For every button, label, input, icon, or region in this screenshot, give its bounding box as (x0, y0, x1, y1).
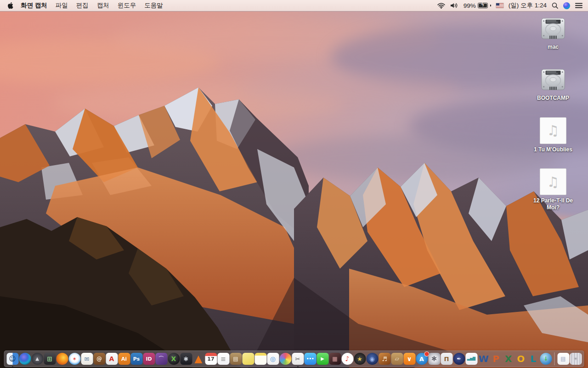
dock-archive-box[interactable]: ▤ (230, 353, 242, 365)
dock-document-file[interactable]: ▤ (557, 353, 569, 365)
numbers-chart-icon: ▃▅▇ (467, 357, 475, 361)
menu-bar-menus: 파일편집캡처윈도우도움말 (56, 1, 171, 10)
apple-menu[interactable] (7, 2, 13, 9)
dock-idvd[interactable]: ◉ (366, 353, 378, 365)
desktop-icon-bootcamp[interactable]: BOOTCAMP (526, 66, 581, 101)
dock-contacts-book[interactable]: @ (93, 353, 105, 365)
wifi-icon[interactable] (437, 3, 445, 9)
menu-bar-clock[interactable]: (일) 오후 1:24 (509, 1, 547, 10)
dock-illustrator[interactable]: Ai (118, 353, 130, 365)
siri-icon[interactable] (563, 2, 570, 9)
dock-acrobat-reader[interactable]: A (106, 353, 118, 365)
dock-stickies[interactable] (242, 353, 254, 365)
notification-center-icon[interactable] (575, 3, 582, 8)
dock-notes[interactable] (254, 353, 266, 365)
dock-photos[interactable] (279, 353, 291, 365)
keynote-podium-icon: Π (444, 356, 449, 362)
dock-excel[interactable]: X (503, 353, 514, 365)
dock-ibooks[interactable]: ∨ (403, 353, 415, 365)
dock-trash-full[interactable]: ✳ (570, 353, 582, 365)
menubar-menu-2[interactable]: 캡처 (97, 2, 109, 9)
dock-word[interactable]: W (478, 353, 490, 365)
dock-imovie-star[interactable]: ★ (354, 353, 366, 365)
music-note-icon: ♫ (547, 122, 560, 138)
running-indicator (297, 366, 299, 368)
imovie-star-icon: ★ (357, 356, 362, 362)
dock-photoshop[interactable]: Ps (130, 353, 142, 365)
dock-garageband[interactable]: ♬ (379, 353, 390, 365)
dock-calendar[interactable]: 17 (205, 353, 217, 365)
spotlight-search-icon[interactable] (552, 2, 558, 9)
menubar-menu-1[interactable]: 편집 (76, 2, 89, 9)
active-app-menu[interactable]: 화면 캡처 (21, 1, 47, 10)
green-x-sphere-icon: X (171, 356, 176, 362)
dock-launchpad[interactable]: ▲ (31, 353, 43, 365)
desktop-icon-label: 12 Parle-T-Il De Moi? (527, 197, 579, 211)
dock-separator (554, 352, 555, 365)
dock-firefox[interactable] (56, 353, 68, 365)
trash-full-icon: ✳ (574, 357, 577, 361)
music-note-icon: ♫ (547, 174, 560, 190)
audio-file-thumbnail: ♫ (540, 117, 566, 144)
dock-lync[interactable]: L (527, 353, 539, 365)
menubar-menu-4[interactable]: 도움말 (144, 2, 163, 9)
toast-titanium-icon: ⌒ (158, 356, 164, 362)
dock-mission-control[interactable]: ⊞ (44, 353, 56, 365)
hard-drive-icon (540, 15, 566, 41)
running-indicator (12, 366, 13, 368)
dock-messages[interactable]: ⋯ (304, 353, 316, 365)
desktop-icon-label: 1 Tu M'Oublies (534, 146, 572, 153)
menu-bar: 화면 캡처 파일편집캡처윈도우도움말 (0, 0, 588, 12)
idvd-icon: ◉ (369, 356, 374, 362)
photoshop-icon: Ps (133, 356, 140, 362)
desktop-icon-audio-1[interactable]: ♫1 Tu M'Oublies (526, 117, 581, 153)
dock-system-preferences[interactable]: ✱ (428, 353, 440, 365)
dock-grab-screen-capture[interactable]: ✂ (292, 353, 304, 365)
ibooks-icon: ∨ (407, 356, 412, 362)
hard-drive-icon (540, 17, 566, 41)
dock-numbers-chart[interactable]: ▃▅▇ (465, 353, 477, 365)
dock-reminders[interactable]: ≡ (217, 353, 229, 365)
itunes-icon: ♪ (345, 356, 350, 362)
dock-powerpoint[interactable]: P (490, 353, 502, 365)
dock-facetime[interactable]: ▶ (317, 353, 328, 365)
input-source-us-flag-icon[interactable] (496, 3, 503, 8)
dock-photo-booth[interactable]: ▦ (329, 353, 341, 365)
dock-corkboard-app[interactable]: ▱ (391, 353, 403, 365)
corkboard-app-icon: ▱ (395, 356, 399, 362)
grab-screen-capture-icon: ✂ (295, 356, 300, 362)
archive-box-icon: ▤ (233, 356, 238, 362)
dock-siri[interactable] (19, 353, 31, 365)
fan-drive-utility-icon: ✱ (184, 356, 189, 362)
desktop-icon-audio-12[interactable]: ♫12 Parle-T-Il De Moi? (526, 168, 581, 211)
dock-app-store[interactable]: A (416, 353, 428, 365)
vlc-cone-icon: ▲ (195, 354, 203, 364)
dock-finder[interactable]: ☺ (6, 353, 18, 365)
menubar-menu-0[interactable]: 파일 (56, 2, 68, 9)
dock-pages-inkwell[interactable]: ✒ (453, 353, 465, 365)
dock-globe-downloader[interactable]: ↓ (540, 353, 552, 365)
dock-itunes[interactable]: ♪ (341, 353, 353, 365)
desktop-icon-column: macBOOTCAMP♫1 Tu M'Oublies♫12 Parle-T-Il… (525, 15, 582, 226)
dock-items: ☺▲⊞✶✉@AAiPsID⌒X✱▲17≡▤◎✂⋯▶▦♪★◉♬▱∨A✱Π✒▃▅▇W… (4, 351, 584, 367)
dock-vlc-cone[interactable]: ▲ (192, 353, 204, 365)
dock-toast-titanium[interactable]: ⌒ (155, 353, 167, 365)
menubar-menu-3[interactable]: 윈도우 (118, 2, 136, 9)
volume-icon[interactable] (450, 3, 458, 8)
dock-indesign[interactable]: ID (143, 353, 155, 365)
apple-icon (7, 2, 13, 9)
desktop-icon-mac[interactable]: mac (526, 15, 581, 50)
dock-safari[interactable]: ✶ (68, 353, 80, 365)
dock-outlook[interactable]: O (515, 353, 527, 365)
menu-bar-status: 99% ϟ (일) 오후 1:24 (437, 1, 588, 10)
battery-status[interactable]: 99% ϟ (464, 2, 491, 9)
desktop-icon-label: mac (548, 44, 559, 50)
dock-mail-stamp[interactable]: ✉ (81, 353, 93, 365)
dock-keynote-podium[interactable]: Π (441, 353, 452, 365)
dock-preview[interactable]: ◎ (267, 353, 279, 365)
mission-control-icon: ⊞ (47, 356, 52, 362)
dock-green-x-sphere[interactable]: X (168, 353, 180, 365)
dock-fan-drive-utility[interactable]: ✱ (180, 353, 192, 365)
system-preferences-icon: ✱ (431, 356, 437, 362)
facetime-icon: ▶ (321, 356, 324, 361)
